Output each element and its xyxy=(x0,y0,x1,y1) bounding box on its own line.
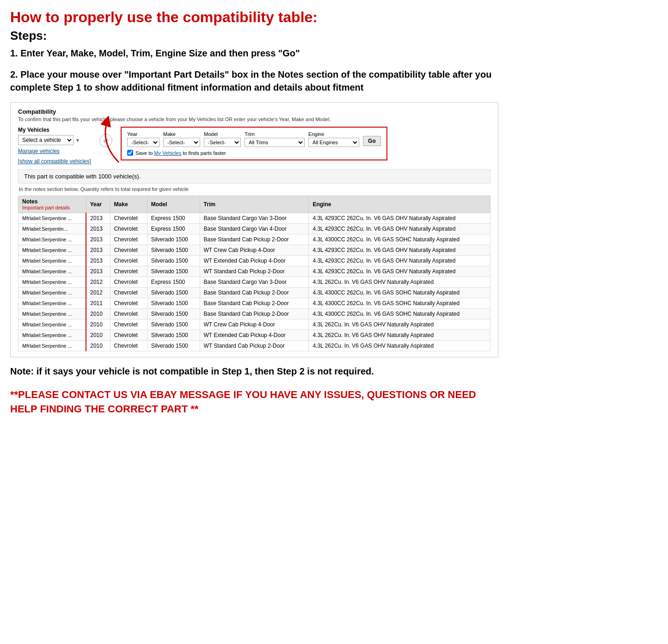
model-cell: Express 1500 xyxy=(147,213,200,224)
trim-cell: Base Standard Cargo Van 3-Door xyxy=(200,213,309,224)
trim-select[interactable]: All Trims xyxy=(245,138,305,147)
year-cell: 2013 xyxy=(86,234,110,245)
compatible-count: This part is compatible with 1000 vehicl… xyxy=(18,169,490,184)
year-cell: 2010 xyxy=(86,319,110,330)
make-cell: Chevrolet xyxy=(110,234,147,245)
engine-cell: 4.3L 4300CC 262Cu. In. V6 GAS SOHC Natur… xyxy=(309,298,490,309)
select-vehicle-dropdown[interactable]: Select a vehicle xyxy=(18,135,74,145)
make-select[interactable]: -Select- xyxy=(163,138,200,147)
table-row: Mfrlabel:Serpentine ... 2013 Chevrolet S… xyxy=(18,234,490,245)
model-cell: Silverado 1500 xyxy=(147,266,200,277)
ymm-section: Year -Select- Make -Select- Model xyxy=(121,127,387,160)
trim-cell: WT Crew Cab Pickup 4-Door xyxy=(200,245,309,256)
year-cell: 2012 xyxy=(86,277,110,288)
save-checkbox[interactable] xyxy=(127,150,133,156)
notes-cell: Mfrlabel:Serpentine ... xyxy=(18,298,86,309)
go-button[interactable]: Go xyxy=(363,136,381,146)
col-header-make: Make xyxy=(110,196,147,213)
make-field: Make -Select- xyxy=(163,131,200,147)
show-all-link[interactable]: [show all compatible vehicles] xyxy=(18,158,91,165)
step1-text: 1. Enter Year, Make, Model, Trim, Engine… xyxy=(10,47,498,60)
make-cell: Chevrolet xyxy=(110,277,147,288)
engine-cell: 4.3L 4293CC 262Cu. In. V6 GAS OHV Natura… xyxy=(309,266,490,277)
model-select[interactable]: -Select- xyxy=(204,138,241,147)
table-row: Mfrlabel:Serpentine ... 2010 Chevrolet S… xyxy=(18,319,490,330)
table-row: Mfrlabel:Serpentine ... 2010 Chevrolet S… xyxy=(18,341,490,351)
compatibility-section: Compatibility To confirm that this part … xyxy=(10,102,498,357)
main-title: How to properly use the compatibility ta… xyxy=(10,8,498,26)
col-header-trim: Trim xyxy=(200,196,309,213)
table-row: Mfrlabel:Serpentine ... 2010 Chevrolet S… xyxy=(18,330,490,341)
trim-cell: Base Standard Cab Pickup 2-Door xyxy=(200,288,309,298)
engine-cell: 4.3L 4300CC 262Cu. In. V6 GAS SOHC Natur… xyxy=(309,309,490,319)
engine-cell: 4.3L 4300CC 262Cu. In. V6 GAS SOHC Natur… xyxy=(309,234,490,245)
col-header-model: Model xyxy=(147,196,200,213)
make-label: Make xyxy=(163,131,200,137)
trim-cell: Base Standard Cargo Van 3-Door xyxy=(200,277,309,288)
trim-cell: WT Standard Cab Pickup 2-Door xyxy=(200,341,309,351)
engine-cell: 4.3L 4293CC 262Cu. In. V6 GAS OHV Natura… xyxy=(309,245,490,256)
notes-cell: Mfrlabel:Serpentine ... xyxy=(18,309,86,319)
table-row: Mfrlabel:Serpentine ... 2013 Chevrolet S… xyxy=(18,266,490,277)
trim-cell: WT Crew Cab Pickup 4-Door xyxy=(200,319,309,330)
year-cell: 2013 xyxy=(86,213,110,224)
notes-cell: Mfrlabel:Serpentine ... xyxy=(18,330,86,341)
trim-label: Trim xyxy=(245,131,305,137)
or-divider: or xyxy=(99,134,112,147)
notes-cell: Mfrlabel:Serpentine ... xyxy=(18,234,86,245)
manage-vehicles-link[interactable]: Manage vehicles xyxy=(18,148,91,154)
year-cell: 2013 xyxy=(86,266,110,277)
trim-field: Trim All Trims xyxy=(245,131,305,147)
my-vehicles-label: My Vehicles xyxy=(18,127,91,133)
year-select[interactable]: -Select- xyxy=(127,138,159,147)
model-cell: Silverado 1500 xyxy=(147,256,200,266)
notes-cell: Mfrlabel:Serpentine ... xyxy=(18,245,86,256)
engine-select[interactable]: All Engines xyxy=(308,138,359,147)
my-vehicles-link-inline[interactable]: My Vehicles xyxy=(154,150,181,156)
trim-cell: Base Standard Cab Pickup 2-Door xyxy=(200,298,309,309)
year-cell: 2011 xyxy=(86,298,110,309)
notes-sub-label: Important part details xyxy=(22,205,82,210)
year-field: Year -Select- xyxy=(127,131,159,147)
quantity-note: In the notes section below, Quantity ref… xyxy=(18,186,490,192)
compat-subtitle: To confirm that this part fits your vehi… xyxy=(18,117,490,122)
model-field: Model -Select- xyxy=(204,131,241,147)
table-row: Mfrlabel:Serpentine ... 2011 Chevrolet S… xyxy=(18,298,490,309)
notes-cell: Mfrlabel:Serpentine ... xyxy=(18,213,86,224)
notes-cell: Mfrlabel:Serpentine ... xyxy=(18,256,86,266)
year-cell: 2010 xyxy=(86,309,110,319)
model-cell: Silverado 1500 xyxy=(147,298,200,309)
year-cell: 2013 xyxy=(86,245,110,256)
make-cell: Chevrolet xyxy=(110,298,147,309)
dropdown-arrow-icon: ▼ xyxy=(75,138,80,143)
table-row: Mfrlabel:Serpentine ... 2012 Chevrolet S… xyxy=(18,288,490,298)
trim-cell: Base Standard Cab Pickup 2-Door xyxy=(200,309,309,319)
notes-cell: Mfrlabel:Serpentine ... xyxy=(18,266,86,277)
model-cell: Express 1500 xyxy=(147,277,200,288)
compat-title: Compatibility xyxy=(18,108,490,115)
engine-cell: 4.3L 4293CC 262Cu. In. V6 GAS OHV Natura… xyxy=(309,213,490,224)
table-header-row: Notes Important part details Year Make M… xyxy=(18,196,490,213)
save-label: Save to My Vehicles to finds parts faste… xyxy=(135,150,226,156)
model-cell: Silverado 1500 xyxy=(147,341,200,351)
notes-cell: Mfrlabel:Serpentine ... xyxy=(18,319,86,330)
save-checkbox-row: Save to My Vehicles to finds parts faste… xyxy=(127,150,381,156)
trim-cell: WT Extended Cab Pickup 4-Door xyxy=(200,256,309,266)
col-header-year: Year xyxy=(86,196,110,213)
model-cell: Silverado 1500 xyxy=(147,245,200,256)
engine-cell: 4.3L 262Cu. In. V6 GAS OHV Naturally Asp… xyxy=(309,330,490,341)
make-cell: Chevrolet xyxy=(110,224,147,234)
trim-cell: Base Standard Cab Pickup 2-Door xyxy=(200,234,309,245)
year-cell: 2013 xyxy=(86,256,110,266)
model-cell: Silverado 1500 xyxy=(147,319,200,330)
make-cell: Chevrolet xyxy=(110,213,147,224)
note-text: Note: if it says your vehicle is not com… xyxy=(10,365,498,378)
notes-cell: Mfrlabel:Serpentine ... xyxy=(18,341,86,351)
engine-cell: 4.3L 262Cu. In. V6 GAS OHV Naturally Asp… xyxy=(309,277,490,288)
notes-cell: Mfrlabel:Serpentine ... xyxy=(18,288,86,298)
make-cell: Chevrolet xyxy=(110,330,147,341)
table-row: Mfrlabel:Serpentine ... 2013 Chevrolet S… xyxy=(18,245,490,256)
notes-cell: Mfrlabel:Serpentin... xyxy=(18,224,86,234)
make-cell: Chevrolet xyxy=(110,288,147,298)
table-row: Mfrlabel:Serpentine ... 2012 Chevrolet E… xyxy=(18,277,490,288)
